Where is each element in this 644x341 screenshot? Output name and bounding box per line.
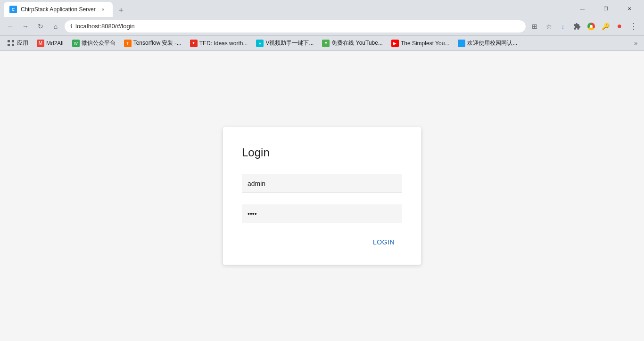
home-button[interactable]: ⌂ xyxy=(49,20,62,33)
bookmark-tensorflow[interactable]: T Tensorflow 安装 -... xyxy=(120,37,185,49)
forward-button[interactable]: → xyxy=(19,20,32,33)
url-display: localhost:8080/#/login xyxy=(75,23,520,30)
video-icon: V xyxy=(256,40,264,47)
bookmark-ted-label: TED: Ideas worth... xyxy=(199,40,248,47)
bookmark-campus[interactable]: 🌐 欢迎使用校园网认... xyxy=(454,37,521,49)
tensorflow-icon: T xyxy=(124,40,132,47)
bookmark-icon[interactable]: ☆ xyxy=(542,20,555,33)
yt-free-icon: ▼ xyxy=(322,40,330,47)
tab-strip: C ChirpStack Application Server × + xyxy=(4,0,568,17)
bookmark-video[interactable]: V V视频助手一键下... xyxy=(252,37,317,49)
key-icon[interactable]: 🔑 xyxy=(599,20,612,33)
bookmark-md2all[interactable]: M Md2All xyxy=(33,38,67,49)
page-content: Login LOGIN xyxy=(0,51,644,341)
login-actions: LOGIN xyxy=(242,235,402,250)
lock-icon: ℹ xyxy=(70,23,73,30)
username-input[interactable] xyxy=(242,174,402,193)
maximize-button[interactable]: ❐ xyxy=(595,1,617,16)
login-card: Login LOGIN xyxy=(223,127,421,265)
browser-window: C ChirpStack Application Server × + — ❐ … xyxy=(0,0,644,341)
login-title: Login xyxy=(242,146,402,159)
bookmark-md2all-label: Md2All xyxy=(46,40,64,47)
apps-icon xyxy=(8,40,15,47)
bookmarks-bar: 应用 M Md2All W 微信公众平台 T Tensorflow 安装 -..… xyxy=(0,36,644,51)
back-button[interactable]: ← xyxy=(4,20,17,33)
bookmark-tensorflow-label: Tensorflow 安装 -... xyxy=(133,39,182,47)
password-input[interactable] xyxy=(242,204,402,223)
bookmark-youtube-free[interactable]: ▼ 免费在线 YouTube... xyxy=(318,37,387,49)
campus-icon: 🌐 xyxy=(458,40,465,47)
md2all-icon: M xyxy=(37,40,44,47)
address-bar[interactable]: ℹ localhost:8080/#/login xyxy=(64,20,526,33)
tab-favicon: C xyxy=(9,6,17,13)
toolbar: ← → ↻ ⌂ ℹ localhost:8080/#/login ⊞ ☆ ↓ 🔑… xyxy=(0,17,644,36)
bookmark-simplest-label: The Simplest You... xyxy=(401,40,449,47)
simplest-icon: ▶ xyxy=(391,40,399,47)
bookmark-apps-label: 应用 xyxy=(17,39,28,47)
extensions-icon[interactable] xyxy=(570,20,584,33)
bookmark-apps[interactable]: 应用 xyxy=(4,37,32,49)
close-button[interactable]: ✕ xyxy=(619,1,640,16)
profile-sync-icon[interactable]: ↓ xyxy=(556,20,570,33)
bookmarks-more-button[interactable]: » xyxy=(631,38,640,49)
window-controls: — ❐ ✕ xyxy=(571,1,640,16)
tab-label: ChirpStack Application Server xyxy=(21,6,96,13)
wechat-icon: W xyxy=(72,40,80,47)
reload-button[interactable]: ↻ xyxy=(34,20,47,33)
tab-close-button[interactable]: × xyxy=(99,6,107,13)
toolbar-icons: ⊞ ☆ ↓ 🔑 ● ⋮ xyxy=(528,20,640,33)
password-field-container xyxy=(242,204,402,223)
menu-button[interactable]: ⋮ xyxy=(627,20,640,33)
bookmark-campus-label: 欢迎使用校园网认... xyxy=(467,39,517,47)
bookmark-wechat-label: 微信公众平台 xyxy=(82,39,116,47)
chrome-icon[interactable] xyxy=(585,20,598,33)
active-tab[interactable]: C ChirpStack Application Server × xyxy=(4,2,113,17)
bookmark-simplest[interactable]: ▶ The Simplest You... xyxy=(388,38,453,49)
username-field-container xyxy=(242,174,402,193)
bookmark-ted[interactable]: T TED: Ideas worth... xyxy=(186,38,252,49)
ted-icon: T xyxy=(190,40,198,47)
login-button[interactable]: LOGIN xyxy=(365,235,402,250)
translate-icon[interactable]: ⊞ xyxy=(528,20,541,33)
profile-avatar[interactable]: ● xyxy=(613,20,626,33)
title-bar: C ChirpStack Application Server × + — ❐ … xyxy=(0,0,644,17)
minimize-button[interactable]: — xyxy=(571,1,593,16)
new-tab-button[interactable]: + xyxy=(115,4,128,17)
bookmark-wechat[interactable]: W 微信公众平台 xyxy=(68,37,119,49)
bookmark-youtube-free-label: 免费在线 YouTube... xyxy=(331,39,383,47)
bookmark-video-label: V视频助手一键下... xyxy=(265,39,314,47)
